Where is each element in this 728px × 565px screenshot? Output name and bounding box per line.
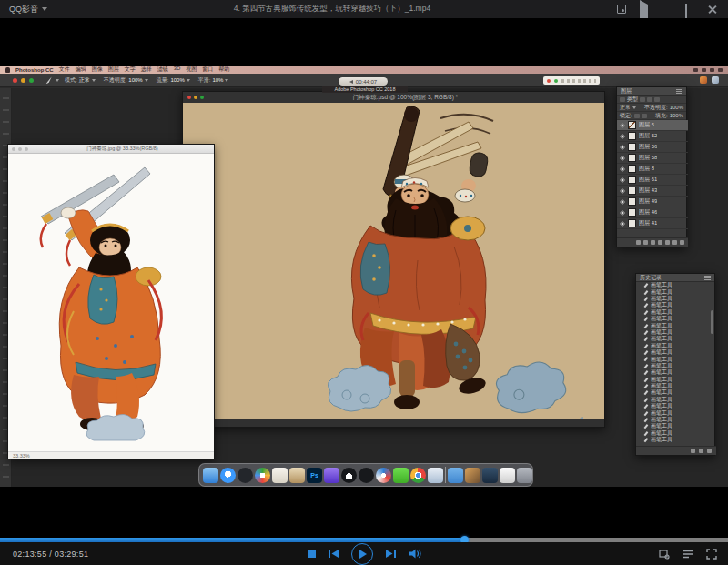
playlist-button[interactable]	[682, 549, 693, 560]
window-zoom-button[interactable]	[29, 78, 34, 83]
new-layer-icon[interactable]	[672, 240, 677, 245]
option-group[interactable]: 不透明度: 100%	[104, 76, 148, 85]
layer-row[interactable]: 图层 5	[617, 120, 688, 131]
eye-icon[interactable]	[620, 188, 625, 194]
history-entry[interactable]: 画笔工具	[636, 363, 713, 369]
layer-row[interactable]: 图层 61	[617, 175, 688, 186]
eye-icon[interactable]	[620, 145, 625, 150]
link-layers-icon[interactable]	[636, 240, 641, 245]
reference-canvas[interactable]	[8, 154, 214, 453]
eye-icon[interactable]	[620, 199, 625, 205]
history-entry[interactable]: 画笔工具	[636, 430, 713, 437]
option-group[interactable]: 模式: 正常	[65, 76, 96, 85]
history-entry[interactable]: 画笔工具	[636, 296, 713, 302]
menubar-menu-item[interactable]: 图像	[92, 66, 103, 74]
dock-icon[interactable]: Ps	[307, 468, 322, 483]
eye-icon[interactable]	[620, 210, 625, 216]
layer-row[interactable]: 图层 41	[617, 218, 688, 229]
play-button[interactable]	[351, 543, 373, 565]
main-canvas[interactable]	[183, 103, 604, 421]
history-entry[interactable]: 画笔工具	[636, 409, 713, 416]
eye-icon[interactable]	[620, 166, 625, 172]
eye-icon[interactable]	[620, 177, 625, 183]
menubar-menu-item[interactable]: 文字	[125, 66, 136, 74]
filter-effect-icon[interactable]	[647, 97, 652, 102]
dock-icon[interactable]	[482, 468, 498, 483]
history-tab[interactable]: 历史记录	[640, 274, 662, 282]
app-menu-button[interactable]: QQ影音	[0, 4, 47, 15]
dock-icon[interactable]	[500, 468, 515, 483]
input-method-icon[interactable]	[693, 68, 698, 72]
menubar-menu-item[interactable]: 文件	[59, 66, 70, 74]
doc-minimize-button[interactable]	[194, 96, 197, 99]
history-entry[interactable]: 画笔工具	[636, 376, 713, 382]
red-swatch[interactable]	[547, 79, 551, 83]
menubar-menu-item[interactable]: 滤镜	[157, 66, 168, 74]
eye-icon[interactable]	[620, 156, 625, 161]
filter-label[interactable]: 类型	[627, 96, 638, 104]
eye-icon[interactable]	[620, 221, 625, 227]
menubar-menu-item[interactable]: 3D	[174, 66, 181, 74]
menubar-menu-item[interactable]: 编辑	[76, 66, 86, 74]
option-group[interactable]: 平滑: 10%	[198, 76, 229, 85]
dock-icon[interactable]	[428, 468, 443, 483]
history-entry[interactable]: 画笔工具	[636, 389, 713, 396]
layer-thumbnail[interactable]	[628, 165, 636, 173]
layer-thumbnail[interactable]	[628, 132, 636, 140]
layer-thumbnail[interactable]	[628, 154, 636, 162]
layer-thumbnail[interactable]	[628, 121, 636, 129]
apple-icon[interactable]	[5, 67, 10, 73]
history-entry[interactable]: 画笔工具	[636, 336, 713, 342]
filter-funnel-icon[interactable]	[620, 97, 625, 102]
ref-titlebar[interactable]: 门神秦琼.jpg @ 33.33%(RGB/8)	[8, 145, 214, 154]
ref-zoom-button[interactable]	[25, 147, 28, 151]
history-entry[interactable]: 画笔工具	[636, 356, 713, 362]
history-entry[interactable]: 画笔工具	[636, 282, 713, 288]
menubar-menu-item[interactable]: 窗口	[202, 66, 213, 74]
history-entry[interactable]: 画笔工具	[636, 329, 713, 336]
next-button[interactable]	[385, 549, 397, 559]
new-snapshot-icon[interactable]	[699, 449, 703, 453]
dock-icon[interactable]	[448, 468, 463, 483]
layer-row[interactable]: 图层 43	[617, 186, 688, 197]
layer-row[interactable]: 图层 8	[617, 164, 688, 175]
history-entry[interactable]: 画笔工具	[636, 302, 713, 308]
panel-menu-icon[interactable]	[704, 276, 711, 280]
option-group[interactable]: 流量: 100%	[157, 76, 190, 85]
new-group-icon[interactable]	[665, 240, 670, 245]
window-close-button[interactable]	[13, 78, 17, 83]
fullscreen-button[interactable]	[706, 549, 717, 560]
dock-icon[interactable]	[393, 468, 409, 483]
filter-mode-icon[interactable]	[654, 97, 660, 102]
history-entry[interactable]: 画笔工具	[636, 316, 713, 322]
eye-icon[interactable]	[620, 123, 625, 128]
layer-thumbnail[interactable]	[628, 197, 636, 206]
dock-icon[interactable]	[410, 468, 426, 483]
layer-style-icon[interactable]	[643, 240, 648, 245]
delete-layer-icon[interactable]	[680, 240, 684, 245]
layers-tab[interactable]: 图层	[621, 87, 632, 96]
dock-icon[interactable]	[324, 468, 339, 483]
dock-icon[interactable]	[272, 468, 288, 483]
opacity-value[interactable]: 100%	[670, 105, 683, 110]
volume-button[interactable]	[409, 549, 421, 559]
dock-icon[interactable]	[220, 468, 236, 483]
dock-icon[interactable]	[203, 468, 218, 483]
lock-transparent-icon[interactable]	[634, 114, 640, 118]
blend-mode-select[interactable]: 正常	[620, 104, 631, 112]
history-entry[interactable]: 画笔工具	[636, 437, 713, 443]
dock-icon[interactable]	[517, 468, 532, 483]
stop-button[interactable]	[308, 550, 316, 558]
history-entry[interactable]: 画笔工具	[636, 343, 713, 349]
layer-row[interactable]: 图层 52	[617, 131, 688, 142]
screenshot-icon[interactable]	[617, 5, 626, 14]
new-document-from-state-icon[interactable]	[691, 449, 695, 453]
history-entry[interactable]: 画笔工具	[636, 349, 713, 356]
history-entry[interactable]: 画笔工具	[636, 309, 713, 316]
dock-icon[interactable]	[376, 468, 391, 483]
history-scrollbar[interactable]	[711, 310, 713, 334]
filter-kind-icon[interactable]	[640, 97, 645, 102]
close-icon[interactable]	[708, 5, 717, 14]
layer-thumbnail[interactable]	[628, 143, 636, 151]
doc-titlebar[interactable]: 门神秦琼.psd @ 100%(图层 3, RGB/8) *	[183, 92, 604, 103]
